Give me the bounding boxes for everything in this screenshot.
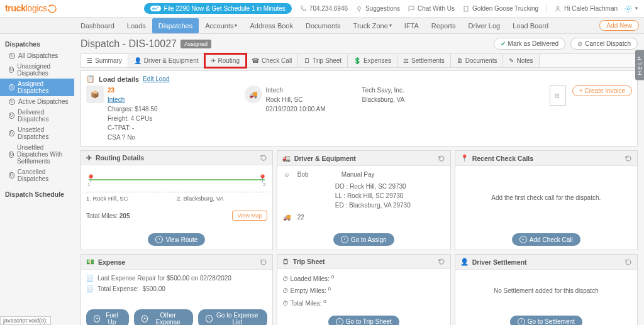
load-details-label: Load details	[99, 75, 139, 83]
de-title: Driver & Equipment	[294, 155, 356, 162]
nav-truck-zone[interactable]: Truck Zone▾	[347, 18, 398, 33]
cancel-dispatch-button[interactable]: ⊘Cancel Dispatch	[570, 38, 638, 50]
sidebar-item-delivered[interactable]: ↻Delivered Dispatches	[0, 107, 74, 124]
create-invoice-button[interactable]: + Create Invoice	[572, 85, 632, 96]
truck-icon: 🚚	[245, 85, 262, 103]
nav-address-book[interactable]: Address Book	[243, 18, 299, 33]
route-stop-2: 2. Blacksburg, VA	[177, 195, 267, 202]
go-trip-sheet-button[interactable]: ›Go to Trip Sheet	[328, 316, 399, 325]
tab-driver-equipment[interactable]: 👤Driver & Equipment	[128, 54, 205, 67]
sheet-icon: 🗒	[282, 258, 289, 265]
add-check-call-button[interactable]: +Add Check Call	[512, 233, 580, 246]
nav-load-board[interactable]: Load Board	[506, 18, 555, 33]
page-title: Dispatch - DIS-10027	[80, 38, 177, 50]
chat-icon	[408, 5, 415, 13]
svg-point-0	[358, 6, 361, 9]
route-icon: ✈	[86, 154, 92, 162]
refresh-icon[interactable]	[438, 155, 445, 162]
driver-icon: 🚛	[282, 154, 291, 162]
refresh-icon[interactable]	[438, 258, 445, 265]
tab-settlements[interactable]: ⚖Settlements	[397, 54, 451, 67]
route-stop-1: 1. Rock Hill, SC	[86, 195, 177, 202]
logo[interactable]: trucklogics	[5, 3, 57, 14]
refresh-icon[interactable]	[260, 258, 267, 266]
go-to-assign-button[interactable]: ›Go to Assign	[333, 233, 394, 246]
edit-load-link[interactable]: Edit Load	[143, 75, 169, 82]
person-icon: 👤	[460, 258, 469, 266]
trailer-icon: 🚚	[282, 214, 291, 221]
sidebar-item-unsettled[interactable]: ↻Unsettled Dispatches	[0, 124, 74, 142]
phone-icon	[299, 5, 307, 13]
customer-link[interactable]: Intech	[108, 96, 125, 103]
sidebar-item-unsettled-ws[interactable]: ↻Unsettled Dispatches With Settlements	[0, 142, 74, 167]
company-link[interactable]: Golden Goose Trucking	[462, 5, 538, 13]
nav-documents[interactable]: Documents	[299, 18, 347, 33]
invoice-icon: 🗎	[550, 85, 566, 106]
chat-link[interactable]: Chat With Us	[408, 5, 455, 13]
other-expense-button[interactable]: +Other Expense	[134, 309, 194, 325]
settlement-title: Driver Settlement	[472, 258, 527, 266]
gear-icon[interactable]	[624, 4, 633, 13]
svg-rect-1	[464, 6, 468, 11]
tab-notes[interactable]: ✎Notes	[503, 54, 539, 67]
tab-check-call[interactable]: ☎Check Call	[246, 54, 298, 67]
refresh-icon[interactable]	[625, 258, 632, 266]
nav-driver-log[interactable]: Driver Log	[462, 18, 506, 33]
svg-point-2	[557, 6, 559, 9]
person-icon: ☺	[282, 171, 291, 178]
settlement-empty: No Settlement added for this dispatch	[455, 270, 637, 312]
view-route-button[interactable]: ›View Route	[148, 233, 205, 246]
sidebar-item-active[interactable]: ↻Active Dispatches	[0, 96, 74, 107]
main-nav: Dashboard Loads Dispatches Accounts▾ Add…	[0, 18, 644, 34]
sidebar-item-cancelled[interactable]: ↻Cancelled Dispatches	[0, 167, 74, 184]
refresh-icon[interactable]	[260, 154, 267, 162]
building-icon	[462, 5, 470, 13]
refresh-icon[interactable]	[625, 155, 632, 162]
odometer-icon: ⏱	[282, 300, 289, 307]
package-icon: 📦	[86, 85, 104, 103]
clipboard-icon: 📋	[86, 75, 95, 83]
tab-summary[interactable]: ☰Summary	[81, 54, 128, 67]
go-settlement-button[interactable]: ›Go to Settlement	[510, 316, 582, 325]
help-tab[interactable]: HELP	[635, 50, 644, 80]
sidebar: Dispatches ↻All Dispatches ↻Unassigned D…	[0, 34, 74, 325]
nav-dashboard[interactable]: Dashboard	[74, 18, 121, 33]
pin-icon: 📍	[460, 154, 469, 162]
file-2290-button[interactable]: e✓File 2290 Now & Get Schedule 1 in Minu…	[144, 3, 292, 14]
expense-list-button[interactable]: ›Go to Expense List	[198, 309, 267, 325]
odometer-icon: ⏱	[282, 275, 289, 282]
nav-reports[interactable]: Reports	[425, 18, 462, 33]
sidebar-header: Dispatches	[0, 38, 74, 50]
mark-delivered-button[interactable]: ✔Mark as Delivered	[494, 38, 566, 50]
dispatch-tabs: ☰Summary 👤Driver & Equipment ✈Routing ☎C…	[80, 53, 638, 68]
tripsheet-title: Trip Sheet	[293, 258, 325, 265]
nav-loads[interactable]: Loads	[121, 18, 152, 33]
money-icon: 💵	[86, 258, 94, 266]
add-new-button[interactable]: Add New	[599, 20, 639, 31]
receipt-icon: 🧾	[86, 275, 94, 282]
fuel-up-button[interactable]: +Fuel Up	[86, 309, 129, 325]
user-icon	[554, 5, 562, 13]
suggestions-link[interactable]: Suggestions	[355, 5, 400, 13]
status-bar: javascript:void(0);	[0, 316, 51, 325]
sidebar-item-assigned[interactable]: ↻Assigned Dispatches	[0, 79, 74, 96]
nav-ifta[interactable]: IFTA	[398, 18, 425, 33]
view-map-button[interactable]: View Map	[232, 211, 267, 221]
tab-expenses[interactable]: 💲Expenses	[348, 54, 397, 67]
phone-link[interactable]: 704.234.6946	[299, 5, 348, 13]
user-greeting[interactable]: Hi Caleb Flachman	[554, 5, 618, 13]
sidebar-schedule[interactable]: Dispatch Schedule	[0, 188, 74, 201]
nav-accounts[interactable]: Accounts▾	[199, 18, 243, 33]
svg-point-3	[627, 8, 630, 10]
nav-dispatches[interactable]: Dispatches	[152, 18, 199, 33]
load-number[interactable]: 23	[108, 85, 158, 95]
bulb-icon	[355, 5, 363, 13]
tab-trip-sheet[interactable]: 🗒Trip Sheet	[298, 54, 348, 67]
checkcall-empty: Add the first check call for the dispatc…	[455, 166, 637, 229]
tab-documents[interactable]: 🗎Documents	[451, 54, 504, 67]
sidebar-item-unassigned[interactable]: ↻Unassigned Dispatches	[0, 61, 74, 79]
sidebar-item-all[interactable]: ↻All Dispatches	[0, 50, 74, 61]
expense-title: Expense	[98, 258, 125, 266]
tab-routing[interactable]: ✈Routing	[205, 54, 246, 67]
receipt-icon: 🧾	[86, 285, 94, 292]
